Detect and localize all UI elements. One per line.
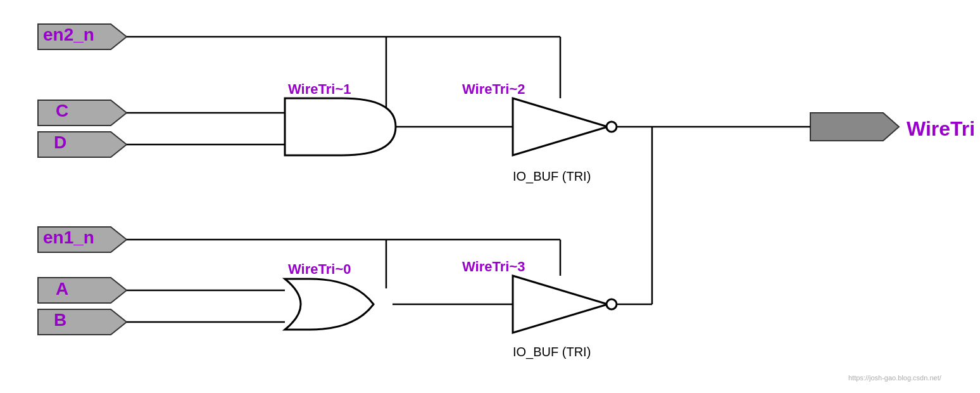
watermark: https://josh-gao.blog.csdn.net/ xyxy=(848,374,942,382)
wiretri3-label: WireTri~3 xyxy=(462,259,525,274)
en2n-label: en2_n xyxy=(43,25,94,44)
svg-marker-7 xyxy=(810,113,899,141)
svg-marker-5 xyxy=(38,278,127,303)
b-label: B xyxy=(54,310,66,330)
wiretri-output-label: WireTri xyxy=(907,117,975,140)
a-label: A xyxy=(56,279,68,299)
svg-marker-6 xyxy=(38,309,127,335)
iobuf-lower-label: IO_BUF (TRI) xyxy=(513,345,591,359)
iobuf-upper-label: IO_BUF (TRI) xyxy=(513,169,591,184)
svg-rect-0 xyxy=(0,0,980,393)
svg-marker-3 xyxy=(38,132,127,157)
svg-point-27 xyxy=(606,122,617,132)
d-label: D xyxy=(54,132,66,152)
wiretri0-label: WireTri~0 xyxy=(288,261,351,277)
c-label: C xyxy=(56,101,68,120)
svg-point-31 xyxy=(606,299,617,309)
wiretri2-label: WireTri~2 xyxy=(462,81,525,97)
wiretri1-label: WireTri~1 xyxy=(288,81,351,97)
en1n-label: en1_n xyxy=(43,228,94,247)
svg-marker-2 xyxy=(38,100,127,126)
